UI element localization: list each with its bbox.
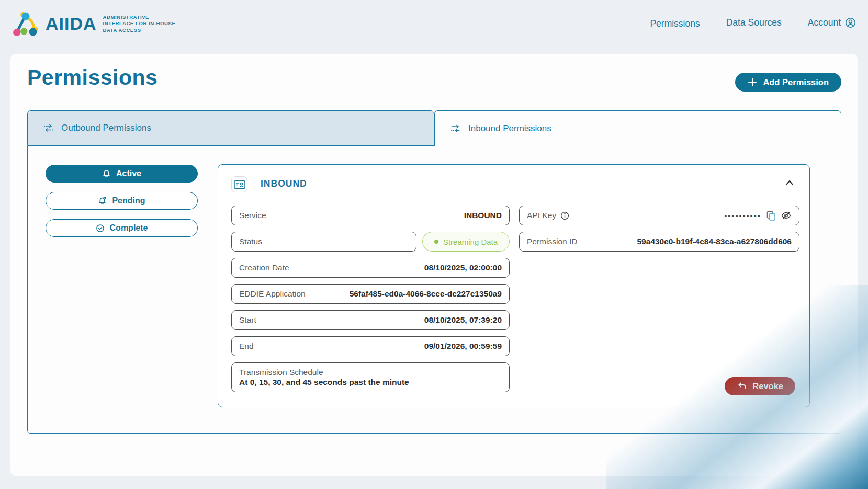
api-key-masked-value: •••••••••• [724, 212, 761, 220]
eye-slash-icon[interactable] [781, 211, 792, 220]
copy-icon[interactable] [766, 211, 776, 221]
filter-active-button[interactable]: Active [46, 165, 198, 183]
transfer-outbound-icon [43, 124, 54, 132]
permissions-tabs: Outbound Permissions Inbound Permissions [27, 110, 841, 145]
inbound-permission-card: INBOUND Service INBOUND Status [218, 164, 810, 407]
check-circle-icon [96, 224, 105, 233]
chevron-up-icon [784, 179, 795, 186]
account-icon [845, 17, 856, 28]
filter-pending-button[interactable]: Pending [46, 192, 198, 210]
field-permission-id: Permission ID 59a430e0-b19f-4c84-83ca-a6… [519, 232, 799, 252]
brand-logo: AIIDA ADMINISTRATIVE INTERFACE FOR IN-HO… [11, 10, 175, 38]
field-status-line: Status Streaming Data [231, 232, 510, 252]
nav-item-data-sources[interactable]: Data Sources [726, 17, 782, 30]
inbound-permissions-panel: Active Pending [27, 145, 841, 434]
fields-right-column: API Key •••••••••• [519, 206, 799, 258]
revoke-button[interactable]: Revoke [725, 377, 795, 395]
field-end: End 09/01/2026, 00:59:59 [231, 336, 510, 356]
top-header: AIIDA ADMINISTRATIVE INTERFACE FOR IN-HO… [0, 0, 868, 54]
tab-outbound-permissions[interactable]: Outbound Permissions [27, 110, 434, 145]
brand-name: AIIDA [46, 14, 97, 34]
field-service: Service INBOUND [231, 206, 510, 225]
field-api-key: API Key •••••••••• [519, 206, 799, 225]
nav-item-permissions[interactable]: Permissions [650, 18, 700, 38]
status-badge: Streaming Data [422, 232, 510, 252]
field-creation-date: Creation Date 08/10/2025, 02:00:00 [231, 258, 510, 278]
status-dot-icon [434, 240, 438, 244]
aiida-molecule-icon [11, 10, 39, 38]
plus-icon [748, 77, 757, 87]
page-title: Permissions [27, 65, 157, 90]
id-card-icon [231, 176, 247, 192]
filter-complete-button[interactable]: Complete [46, 219, 198, 237]
bell-icon [102, 169, 111, 178]
add-permission-button[interactable]: Add Permission [735, 73, 841, 92]
field-start: Start 08/10/2025, 07:39:20 [231, 310, 510, 330]
fields-left-column: Service INBOUND Status Streaming Data Cr… [231, 206, 510, 399]
transfer-inbound-icon [450, 124, 461, 133]
nav-item-account[interactable]: Account [808, 17, 856, 30]
info-icon[interactable] [560, 211, 569, 220]
tab-inbound-permissions[interactable]: Inbound Permissions [434, 110, 841, 146]
main-nav: Permissions Data Sources Account [650, 17, 856, 30]
collapse-card-button[interactable] [784, 179, 795, 186]
card-title: INBOUND [261, 178, 307, 189]
bell-dot-icon [98, 197, 107, 206]
field-eddie-application: EDDIE Application 56faf485-ed0a-4066-8cc… [231, 284, 510, 304]
main-content-panel: Permissions Add Permission Outbound Perm [10, 54, 858, 476]
field-status: Status [231, 232, 416, 252]
status-filter-group: Active Pending [46, 165, 198, 246]
brand-tagline: ADMINISTRATIVE INTERFACE FOR IN-HOUSE DA… [103, 14, 176, 33]
field-transmission-schedule: Transmission Schedule At 0, 15, 30, and … [231, 362, 510, 392]
revoke-return-icon [737, 382, 747, 391]
